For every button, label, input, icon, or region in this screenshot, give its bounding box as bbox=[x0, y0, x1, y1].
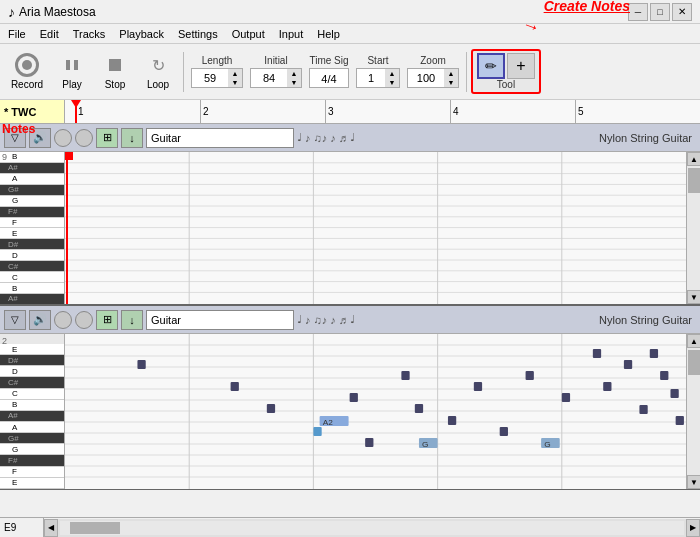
start-input[interactable] bbox=[357, 69, 385, 87]
key-D[interactable]: D bbox=[0, 250, 64, 261]
menu-input[interactable]: Input bbox=[273, 27, 309, 41]
track-2-circle2-button[interactable] bbox=[75, 311, 93, 329]
stop-button[interactable]: Stop bbox=[94, 47, 136, 97]
track-1-scrollbar[interactable]: ▲ ▼ bbox=[686, 152, 700, 304]
svg-rect-42 bbox=[313, 427, 321, 436]
track-1-circle1-button[interactable] bbox=[54, 129, 72, 147]
track-1-scroll-down[interactable]: ▼ bbox=[687, 290, 700, 304]
track-1-grid[interactable] bbox=[65, 152, 686, 304]
svg-rect-0 bbox=[66, 60, 70, 70]
key-G[interactable]: G bbox=[0, 196, 64, 207]
track-2-drag-icon[interactable]: ⊞ bbox=[96, 310, 118, 330]
track-2-import-button[interactable]: ↓ bbox=[121, 310, 143, 330]
track2-key-Gs2[interactable]: G# bbox=[0, 433, 64, 444]
track2-key-As2[interactable]: A# bbox=[0, 411, 64, 422]
track-1-circle2-button[interactable] bbox=[75, 129, 93, 147]
key-As[interactable]: A# bbox=[0, 163, 64, 174]
h-scroll-thumb[interactable] bbox=[70, 522, 120, 534]
track-2-scroll-up[interactable]: ▲ bbox=[687, 334, 700, 348]
key-F[interactable]: F bbox=[0, 218, 64, 229]
length-input[interactable] bbox=[192, 69, 228, 87]
h-scrollbar[interactable]: ◀ ▶ bbox=[44, 519, 700, 537]
maximize-button[interactable]: □ bbox=[650, 3, 670, 21]
initial-down[interactable]: ▼ bbox=[287, 78, 301, 87]
bottom-bar: E9 ◀ ▶ bbox=[0, 517, 700, 537]
key-E[interactable]: E bbox=[0, 228, 64, 239]
track-2-grid[interactable]: A2 G G bbox=[65, 334, 686, 489]
track-2-circle1-button[interactable] bbox=[54, 311, 72, 329]
track-2-ctrl-bar: ▽ 🔊 ⊞ ↓ ♩ ♪ ♫♪ ♪ ♬ ♩ Nylon String Guitar bbox=[0, 306, 700, 334]
svg-rect-64 bbox=[670, 389, 678, 398]
track-2-note-icon-3: ♫♪ bbox=[314, 314, 328, 326]
track-1-drag-icon[interactable]: ⊞ bbox=[96, 128, 118, 148]
track-1-piano-keys[interactable]: 9 B A# A G# G F# F E D# D C# C B A# bbox=[0, 152, 65, 304]
ruler-mark-4: 4 bbox=[450, 100, 575, 123]
track2-key-A2[interactable]: A bbox=[0, 422, 64, 433]
key-B[interactable]: B bbox=[0, 152, 64, 163]
key-As2[interactable]: A# bbox=[0, 294, 64, 304]
pencil-tool-button[interactable]: ✏ bbox=[477, 53, 505, 79]
key-B2[interactable]: B bbox=[0, 283, 64, 294]
menu-settings[interactable]: Settings bbox=[172, 27, 224, 41]
key-A[interactable]: A bbox=[0, 174, 64, 185]
start-up[interactable]: ▲ bbox=[385, 69, 399, 78]
menu-edit[interactable]: Edit bbox=[34, 27, 65, 41]
length-down[interactable]: ▼ bbox=[228, 78, 242, 87]
start-down[interactable]: ▼ bbox=[385, 78, 399, 87]
track-1-import-button[interactable]: ↓ bbox=[121, 128, 143, 148]
zoom-down[interactable]: ▼ bbox=[444, 78, 458, 87]
svg-rect-56 bbox=[526, 371, 534, 380]
track2-key-Cs2[interactable]: C# bbox=[0, 377, 64, 388]
timesig-field: Time Sig 4/4 bbox=[309, 55, 349, 88]
minimize-button[interactable]: ─ bbox=[628, 3, 648, 21]
initial-input[interactable] bbox=[251, 69, 287, 87]
track-2-mute-button[interactable]: ▽ bbox=[4, 310, 26, 330]
key-Gs[interactable]: G# bbox=[0, 185, 64, 196]
track-2-name-input[interactable] bbox=[146, 310, 294, 330]
track2-key-F2[interactable]: F bbox=[0, 467, 64, 478]
menu-output[interactable]: Output bbox=[226, 27, 271, 41]
svg-rect-2 bbox=[109, 59, 121, 71]
key-Fs[interactable]: F# bbox=[0, 207, 64, 218]
length-spinbox: Length ▲ ▼ bbox=[191, 55, 243, 88]
record-button[interactable]: Record bbox=[4, 47, 50, 97]
key-Ds[interactable]: D# bbox=[0, 239, 64, 250]
length-up[interactable]: ▲ bbox=[228, 69, 242, 78]
track2-key-E2b[interactable]: E bbox=[0, 478, 64, 489]
menu-file[interactable]: File bbox=[2, 27, 32, 41]
track2-key-G2[interactable]: G bbox=[0, 444, 64, 455]
track2-key-C2[interactable]: C bbox=[0, 389, 64, 400]
key-Cs[interactable]: C# bbox=[0, 261, 64, 272]
close-button[interactable]: ✕ bbox=[672, 3, 692, 21]
track-1-scroll-up[interactable]: ▲ bbox=[687, 152, 700, 166]
track2-key-Ds2[interactable]: D# bbox=[0, 355, 64, 366]
track-ruler[interactable]: 1 2 3 4 5 bbox=[65, 100, 700, 123]
svg-rect-57 bbox=[562, 393, 570, 402]
track-2-vol-button[interactable]: 🔊 bbox=[29, 310, 51, 330]
menu-playback[interactable]: Playback bbox=[113, 27, 170, 41]
menu-tracks[interactable]: Tracks bbox=[67, 27, 112, 41]
loop-button[interactable]: ↻ Loop bbox=[137, 47, 179, 97]
track2-key-E2[interactable]: E bbox=[0, 344, 64, 355]
zoom-input[interactable] bbox=[408, 69, 444, 87]
zoom-up[interactable]: ▲ bbox=[444, 69, 458, 78]
track-2-scroll-down[interactable]: ▼ bbox=[687, 475, 700, 489]
initial-up[interactable]: ▲ bbox=[287, 69, 301, 78]
plus-tool-button[interactable]: + bbox=[507, 53, 535, 79]
play-button[interactable]: Play bbox=[51, 47, 93, 97]
length-label: Length bbox=[202, 55, 233, 66]
svg-rect-50 bbox=[474, 382, 482, 391]
menu-help[interactable]: Help bbox=[311, 27, 346, 41]
track2-key-B2[interactable]: B bbox=[0, 400, 64, 411]
toolbar-separator-1 bbox=[183, 52, 184, 92]
track2-key-Fs2[interactable]: F# bbox=[0, 455, 64, 466]
track2-key-D2[interactable]: D bbox=[0, 366, 64, 377]
h-scroll-left[interactable]: ◀ bbox=[44, 519, 58, 537]
svg-rect-21 bbox=[65, 152, 73, 160]
key-C[interactable]: C bbox=[0, 272, 64, 283]
track-1-name-input[interactable] bbox=[146, 128, 294, 148]
timesig-value[interactable]: 4/4 bbox=[309, 68, 349, 88]
track-2-piano-keys[interactable]: 2 E D# D C# C B A# A G# G F# F E F# bbox=[0, 334, 65, 489]
h-scroll-right[interactable]: ▶ bbox=[686, 519, 700, 537]
track-2-scrollbar[interactable]: ▲ ▼ bbox=[686, 334, 700, 489]
